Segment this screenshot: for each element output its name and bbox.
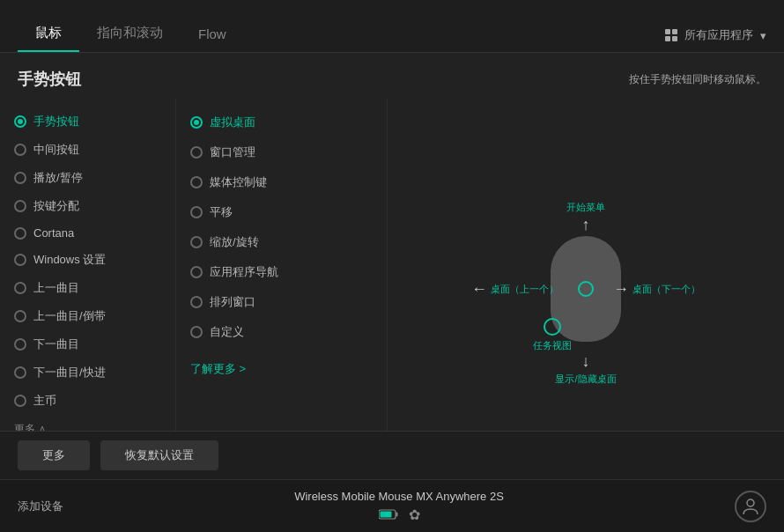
sidebar-label-prevrewind: 上一曲目/倒带 [33,308,106,324]
bottom-action-bar: 更多 恢复默认设置 [0,431,784,479]
middle-label-window-mgmt: 窗口管理 [210,144,255,160]
left-label: 桌面（上一个） [491,283,558,296]
svg-rect-2 [380,512,391,518]
tab-pointing[interactable]: 指向和滚动 [79,25,181,52]
sidebar-item-playpause[interactable]: 播放/暂停 [0,164,175,192]
mouse-container: 开始菜单 ↑ ← 桌面（上一个） → 桌面（下一个） [471,201,700,377]
middle-label-custom: 自定义 [210,324,244,340]
middle-label-pan: 平移 [210,204,233,220]
footer-device-info: Wireless Mobile Mouse MX Anywhere 2S ✿ [63,490,735,523]
radio-prevrewind [14,310,26,322]
chevron-down-icon: ▾ [760,29,766,42]
middle-item-app-nav[interactable]: 应用程序导航 [176,257,387,287]
sidebar-label-middle: 中间按钮 [33,142,79,158]
direction-right: → 桌面（下一个） [613,280,700,299]
task-view-circle [544,318,561,336]
left-sidebar: 手势按钮 中间按钮 播放/暂停 按键分配 Cortana Windows 设置 [0,99,176,479]
middle-label-app-nav: 应用程序导航 [210,264,278,280]
middle-panel: 虚拟桌面 窗口管理 媒体控制键 平移 缩放/旋转 应用程序导航 [176,99,388,479]
direction-left: ← 桌面（上一个） [471,280,558,299]
radio-cortana [14,227,26,240]
right-label: 桌面（下一个） [632,283,700,296]
footer: 添加设备 Wireless Mobile Mouse MX Anywhere 2… [0,479,784,532]
sidebar-label-windows: Windows 设置 [33,252,106,268]
radio-coin [14,395,26,407]
middle-label-zoom-rotate: 缩放/旋转 [210,234,259,250]
tab-flow[interactable]: Flow [181,26,244,52]
radio-playpause [14,172,26,184]
mouse-center-button [578,281,594,297]
radio-next [14,338,26,351]
radio-middle [14,144,26,156]
middle-item-pan[interactable]: 平移 [176,197,387,227]
sidebar-item-prev[interactable]: 上一曲目 [0,274,175,302]
sidebar-label-prev: 上一曲目 [33,280,79,296]
radio-media-keys [190,176,203,188]
add-device-link[interactable]: 添加设备 [18,499,63,514]
sidebar-item-gesture[interactable]: 手势按钮 [0,107,175,136]
middle-item-custom[interactable]: 自定义 [176,317,387,347]
battery-icon [379,509,398,520]
apps-label: 所有应用程序 [684,27,753,43]
middle-item-window-mgmt[interactable]: 窗口管理 [176,137,387,167]
direction-top: 开始菜单 ↑ [566,201,605,234]
sidebar-item-middle[interactable]: 中间按钮 [0,136,175,164]
middle-item-tile-window[interactable]: 排列窗口 [176,287,387,317]
radio-nextfast [14,366,26,379]
sidebar-item-cortana[interactable]: Cortana [0,220,175,246]
tab-mouse[interactable]: 鼠标 [18,25,79,52]
restore-defaults-button[interactable]: 恢复默认设置 [100,440,218,470]
device-name: Wireless Mobile Mouse MX Anywhere 2S [294,490,504,503]
grid-icon [665,29,677,41]
section-header: 手势按钮 按住手势按钮同时移动鼠标。 [0,53,784,99]
radio-pan [190,206,203,218]
section-title: 手势按钮 [18,69,81,90]
sidebar-item-coin[interactable]: 主币 [0,387,175,415]
middle-label-media-keys: 媒体控制键 [210,174,267,190]
avatar-svg [741,497,760,516]
battery-svg [379,509,398,520]
learn-more-link[interactable]: 了解更多 > [176,352,387,386]
sidebar-label-gesture: 手势按钮 [33,114,79,129]
sidebar-label-cortana: Cortana [33,226,74,240]
radio-window-mgmt [190,146,203,159]
radio-prev [14,282,26,294]
right-panel: 开始菜单 ↑ ← 桌面（上一个） → 桌面（下一个） [388,99,784,479]
more-button[interactable]: 更多 [18,440,90,470]
direction-bottom: ↓ 显示/隐藏桌面 [555,352,616,386]
radio-windows [14,254,26,266]
section-hint: 按住手势按钮同时移动鼠标。 [629,72,766,87]
user-avatar[interactable] [735,491,766,522]
radio-virtual-desktop [190,116,203,129]
svg-point-3 [747,499,754,506]
middle-label-tile-window: 排列窗口 [210,294,255,310]
sidebar-item-next[interactable]: 下一曲目 [0,330,175,358]
middle-item-media-keys[interactable]: 媒体控制键 [176,167,387,197]
middle-item-virtual-desktop[interactable]: 虚拟桌面 [176,107,387,137]
radio-gesture [14,115,26,128]
radio-tile-window [190,296,203,308]
sidebar-item-nextfast[interactable]: 下一曲目/快进 [0,358,175,387]
sidebar-item-prevrewind[interactable]: 上一曲目/倒带 [0,302,175,330]
radio-keyassign [14,200,26,212]
left-arrow-icon: ← [471,280,487,299]
sidebar-label-playpause: 播放/暂停 [33,170,83,186]
radio-app-nav [190,266,203,278]
sidebar-label-nextfast: 下一曲目/快进 [33,365,106,381]
sidebar-item-keyassign[interactable]: 按键分配 [0,192,175,220]
radio-zoom-rotate [190,236,203,248]
apps-selector[interactable]: 所有应用程序 ▾ [665,27,766,43]
sidebar-label-coin: 主币 [33,393,56,409]
top-nav: 鼠标 指向和滚动 Flow 所有应用程序 ▾ [0,0,784,53]
middle-label-virtual-desktop: 虚拟桌面 [210,115,255,130]
middle-item-zoom-rotate[interactable]: 缩放/旋转 [176,227,387,257]
footer-device-icons: ✿ [379,506,420,523]
connection-icon: ✿ [409,506,420,523]
sidebar-item-windows[interactable]: Windows 设置 [0,246,175,274]
task-view: 任务视图 [533,318,572,352]
main-content: 手势按钮 按住手势按钮同时移动鼠标。 手势按钮 中间按钮 播放/暂停 按键分配 [0,53,784,479]
top-label: 开始菜单 [566,201,605,214]
sidebar-label-next: 下一曲目 [33,336,79,352]
radio-custom [190,326,203,338]
up-arrow-icon: ↑ [582,216,590,234]
